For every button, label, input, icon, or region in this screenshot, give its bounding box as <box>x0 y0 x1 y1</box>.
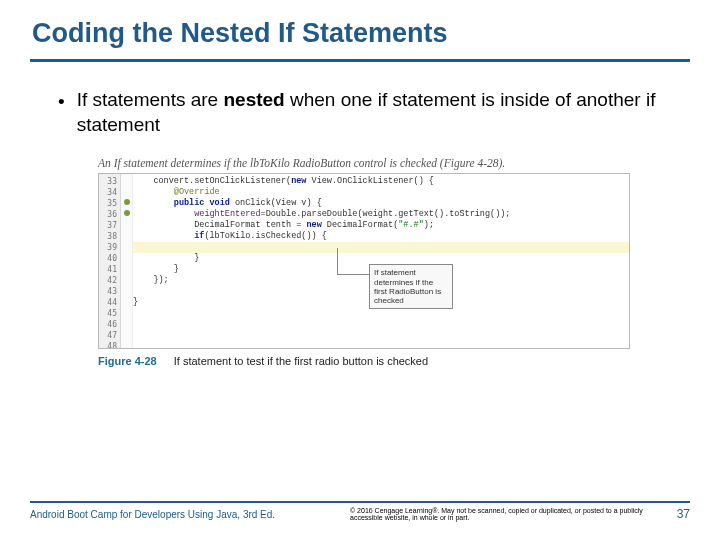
footer: Android Boot Camp for Developers Using J… <box>30 501 690 522</box>
breakpoint-column <box>121 174 133 348</box>
figure: An If statement determines if the lbToKi… <box>98 157 630 367</box>
figure-caption: Figure 4-28 If statement to test if the … <box>98 355 630 367</box>
figure-caption-text: If statement to test if the first radio … <box>174 355 428 367</box>
slide-number: 37 <box>677 507 690 521</box>
callout-connector <box>337 248 338 274</box>
bullet-item: • If statements are nested when one if s… <box>58 88 680 137</box>
callout-connector <box>337 274 369 275</box>
breakpoint-marker <box>124 199 130 205</box>
footer-source: Android Boot Camp for Developers Using J… <box>30 507 330 520</box>
line-gutter: 33 34 35 36 37 38 39 40 41 42 43 44 45 4… <box>99 174 121 348</box>
breakpoint-marker <box>124 210 130 216</box>
title-rule <box>30 59 690 62</box>
bullet-text: If statements are nested when one if sta… <box>77 88 680 137</box>
code-screenshot: 33 34 35 36 37 38 39 40 41 42 43 44 45 4… <box>98 173 630 349</box>
slide-title: Coding the Nested If Statements <box>30 18 690 49</box>
code-content: convert.setOnClickListener(new View.OnCl… <box>133 174 629 348</box>
slide: Coding the Nested If Statements • If sta… <box>0 0 720 540</box>
bullet-marker: • <box>58 90 65 115</box>
figure-label: Figure 4-28 <box>98 355 157 367</box>
callout-box: If statement determines if the first Rad… <box>369 264 453 309</box>
footer-rule <box>30 501 690 503</box>
figure-note: An If statement determines if the lbToKi… <box>98 157 630 169</box>
footer-copyright: © 2016 Cengage Learning®. May not be sca… <box>350 507 657 522</box>
